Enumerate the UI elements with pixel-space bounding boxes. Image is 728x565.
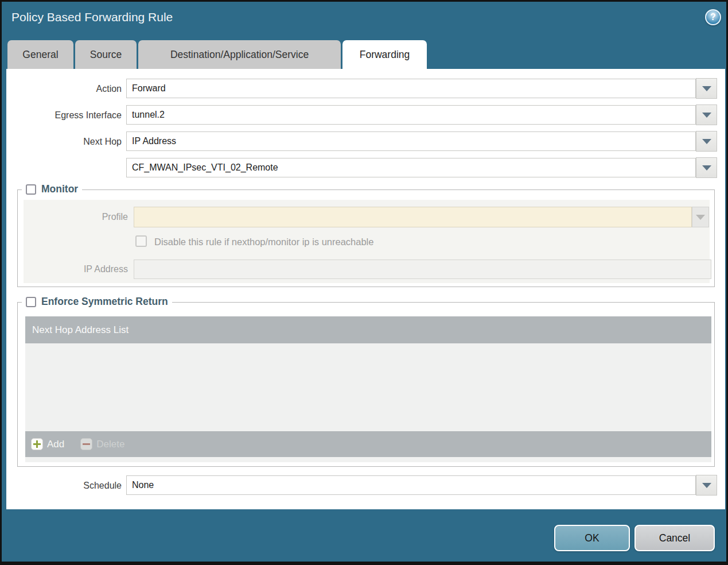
delete-button-label: Delete	[96, 439, 124, 450]
symmetric-return-section: Enforce Symmetric Return Next Hop Addres…	[17, 302, 715, 467]
symmetric-return-title: Enforce Symmetric Return	[41, 296, 168, 308]
cancel-button[interactable]: Cancel	[634, 525, 715, 551]
chevron-down-icon	[702, 483, 711, 488]
tab-general[interactable]: General	[7, 40, 73, 69]
forwarding-tab-panel: Action Forward Egress Interface tunnel.2…	[6, 69, 725, 509]
table-header-next-hop-address-list: Next Hop Address List	[25, 316, 711, 343]
symmetric-return-checkbox[interactable]	[26, 297, 36, 307]
egress-interface-select[interactable]: tunnel.2	[126, 105, 696, 125]
add-button[interactable]: Add	[31, 438, 64, 450]
ok-button[interactable]: OK	[554, 525, 630, 551]
monitor-section: Monitor Profile Disable this rule if nex…	[17, 189, 715, 287]
table-footer: Add Delete	[25, 431, 711, 457]
disable-rule-checkbox	[135, 235, 147, 247]
schedule-label: Schedule	[6, 476, 122, 496]
help-icon[interactable]: ?	[705, 9, 721, 25]
action-select[interactable]: Forward	[126, 79, 696, 98]
table-body-empty	[25, 343, 711, 431]
action-dropdown-button[interactable]	[696, 78, 717, 99]
profile-select	[134, 207, 692, 227]
monitor-ip-address-input	[134, 260, 711, 279]
next-hop-select[interactable]: IP Address	[126, 131, 696, 151]
delete-button: Delete	[80, 438, 124, 450]
next-hop-address-list-table: Next Hop Address List Add Delete	[25, 316, 711, 462]
chevron-down-icon	[702, 165, 711, 171]
dialog-policy-based-forwarding-rule: Policy Based Forwarding Rule ? General S…	[0, 0, 728, 565]
disable-rule-label: Disable this rule if nexthop/monitor ip …	[154, 237, 373, 247]
tab-bar: General Source Destination/Application/S…	[7, 40, 427, 69]
egress-interface-dropdown-button[interactable]	[696, 105, 717, 125]
tab-forwarding[interactable]: Forwarding	[342, 40, 427, 69]
chevron-down-icon	[696, 215, 705, 220]
tab-destination-application-service[interactable]: Destination/Application/Service	[138, 40, 341, 69]
tab-source[interactable]: Source	[75, 40, 137, 69]
chevron-down-icon	[702, 86, 711, 91]
symmetric-return-legend: Enforce Symmetric Return	[22, 296, 172, 308]
next-hop-label: Next Hop	[6, 132, 122, 152]
minus-icon	[80, 438, 92, 450]
next-hop-address-dropdown-button[interactable]	[696, 157, 717, 178]
monitor-checkbox[interactable]	[26, 184, 36, 195]
chevron-down-icon	[702, 113, 711, 118]
monitor-title: Monitor	[41, 183, 78, 195]
plus-icon	[31, 438, 43, 450]
action-label: Action	[6, 79, 122, 99]
next-hop-dropdown-button[interactable]	[696, 131, 717, 152]
monitor-legend: Monitor	[22, 183, 82, 195]
dialog-title: Policy Based Forwarding Rule	[11, 10, 173, 24]
chevron-down-icon	[702, 139, 711, 144]
table-bottom-strip	[25, 457, 711, 462]
schedule-dropdown-button[interactable]	[696, 475, 717, 496]
next-hop-address-select[interactable]: CF_MWAN_IPsec_VTI_02_Remote	[126, 158, 696, 177]
egress-interface-label: Egress Interface	[6, 106, 122, 125]
schedule-select[interactable]: None	[126, 475, 696, 495]
profile-label: Profile	[25, 207, 128, 227]
monitor-ip-address-label: IP Address	[25, 260, 128, 279]
add-button-label: Add	[47, 439, 64, 450]
profile-dropdown-button	[692, 207, 709, 227]
